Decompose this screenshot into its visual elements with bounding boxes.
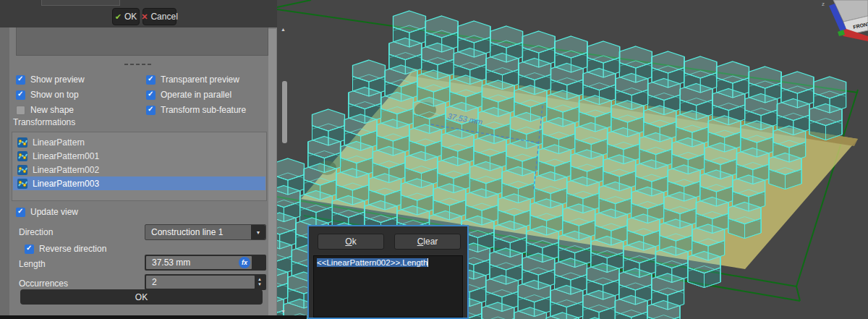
checkbox-label: New shape bbox=[30, 105, 74, 115]
spinner-arrows[interactable]: ▲▼ bbox=[255, 275, 264, 289]
checkbox-operate-in-parallel[interactable]: Operate in parallel bbox=[146, 90, 231, 100]
checkbox-label: Transparent preview bbox=[161, 75, 239, 85]
empty-group-box bbox=[16, 27, 268, 56]
list-item-label: LinearPattern003 bbox=[33, 179, 99, 189]
checkbox-new-shape[interactable]: New shape bbox=[16, 105, 74, 115]
panel-scrollbar-track[interactable] bbox=[268, 29, 276, 318]
cancel-label: Cancel bbox=[150, 12, 177, 22]
list-item-linearpattern001[interactable]: LinearPattern001 bbox=[13, 149, 265, 163]
scrollbar-thumb[interactable] bbox=[282, 81, 287, 143]
direction-value: Construction line 1 bbox=[151, 227, 223, 237]
chevron-down-icon[interactable]: ▼ bbox=[251, 225, 265, 239]
freecad-window: 37,53 mm FRONT z ▲ ▼ ✔ OK ✕ Cancel bbox=[0, 0, 868, 319]
panel-ok-label: OK bbox=[135, 292, 148, 302]
ok-check-icon: ✔ bbox=[115, 12, 122, 22]
checkbox-transparent-preview[interactable]: Transparent preview bbox=[146, 75, 239, 85]
checkbox-label: Show preview bbox=[30, 75, 85, 85]
length-field[interactable]: 37.53 mm fx bbox=[146, 256, 252, 269]
checkbox-label: Reverse direction bbox=[39, 244, 106, 254]
clipped-widget bbox=[41, 0, 120, 6]
occurrences-value: 2 bbox=[152, 277, 157, 287]
linear-pattern-icon bbox=[17, 165, 27, 175]
expression-clear-label: Clear bbox=[395, 234, 460, 249]
direction-combobox[interactable]: Construction line 1 ▼ bbox=[145, 224, 266, 240]
checkbox-icon[interactable] bbox=[16, 208, 25, 217]
checkbox-show-on-top[interactable]: Show on top bbox=[16, 90, 79, 100]
length-value: 37.53 mm bbox=[152, 258, 190, 268]
length-input[interactable]: 37.53 mm fx bbox=[145, 255, 266, 271]
expression-ok-label: Ok bbox=[318, 234, 383, 249]
panel-ok-button[interactable]: OK bbox=[20, 289, 263, 305]
occurrences-spinbox[interactable]: 2 ▲▼ bbox=[145, 274, 266, 290]
checkbox-icon[interactable] bbox=[16, 90, 25, 100]
task-ok-button[interactable]: ✔ OK bbox=[112, 8, 140, 25]
task-panel: Show preview Transparent preview Show on… bbox=[0, 27, 277, 319]
nav-cube-z-axis-label: z bbox=[822, 1, 825, 7]
checkbox-label: Operate in parallel bbox=[161, 90, 231, 100]
linear-pattern-icon bbox=[17, 151, 27, 161]
checkbox-label: Transform sub-feature bbox=[161, 105, 246, 115]
transformations-list[interactable]: LinearPattern LinearPattern001 LinearPat… bbox=[12, 132, 267, 201]
scroll-down-arrow[interactable]: ▼ bbox=[281, 309, 286, 314]
checkbox-icon[interactable] bbox=[16, 106, 25, 115]
checkbox-icon[interactable] bbox=[25, 244, 34, 254]
direction-label: Direction bbox=[19, 227, 53, 237]
list-item-linearpattern002[interactable]: LinearPattern002 bbox=[13, 163, 265, 176]
checkbox-show-preview[interactable]: Show preview bbox=[16, 75, 85, 85]
list-item-linearpattern[interactable]: LinearPattern bbox=[13, 135, 265, 149]
checkbox-icon[interactable] bbox=[146, 106, 156, 115]
ok-label: OK bbox=[124, 12, 137, 22]
expression-text-area[interactable]: <<LinearPattern002>>.Length bbox=[313, 255, 463, 318]
transformations-label: Transformations bbox=[13, 117, 75, 127]
checkbox-label: Update view bbox=[30, 207, 78, 217]
expression-editor-dialog: Ok Clear <<LinearPattern002>>.Length bbox=[307, 225, 469, 319]
splitter-handle[interactable] bbox=[124, 64, 151, 65]
checkbox-icon[interactable] bbox=[146, 75, 156, 85]
occurrences-field[interactable]: 2 bbox=[146, 276, 255, 289]
linear-pattern-icon bbox=[17, 179, 27, 189]
checkbox-reverse-direction[interactable]: Reverse direction bbox=[25, 244, 106, 254]
list-item-label: LinearPattern002 bbox=[33, 165, 99, 175]
expression-clear-button[interactable]: Clear bbox=[394, 234, 461, 250]
cancel-x-icon: ✕ bbox=[141, 12, 148, 22]
expression-fx-icon[interactable]: fx bbox=[239, 257, 250, 268]
checkbox-icon[interactable] bbox=[16, 75, 25, 85]
text-caret bbox=[427, 258, 428, 267]
expression-ok-button[interactable]: Ok bbox=[318, 234, 384, 250]
list-item-linearpattern003-selected[interactable]: LinearPattern003 bbox=[13, 176, 265, 190]
window-bottom-edge bbox=[0, 315, 307, 319]
expression-selected-text: <<LinearPattern002>>.Length bbox=[317, 258, 427, 267]
scroll-up-arrow[interactable]: ▲ bbox=[281, 27, 286, 32]
checkbox-icon[interactable] bbox=[146, 90, 156, 100]
task-cancel-button[interactable]: ✕ Cancel bbox=[142, 8, 176, 25]
list-item-label: LinearPattern bbox=[33, 137, 85, 148]
task-panel-header: ✔ OK ✕ Cancel bbox=[0, 0, 277, 27]
checkbox-label: Show on top bbox=[30, 90, 79, 100]
occurrences-label: Occurrences bbox=[19, 278, 68, 289]
list-item-label: LinearPattern001 bbox=[33, 151, 99, 161]
length-label: Length bbox=[19, 259, 46, 269]
panel-left-gutter bbox=[0, 27, 9, 319]
checkbox-update-view[interactable]: Update view bbox=[16, 207, 78, 217]
linear-pattern-icon bbox=[17, 137, 27, 148]
checkbox-transform-sub-feature[interactable]: Transform sub-feature bbox=[146, 105, 246, 115]
